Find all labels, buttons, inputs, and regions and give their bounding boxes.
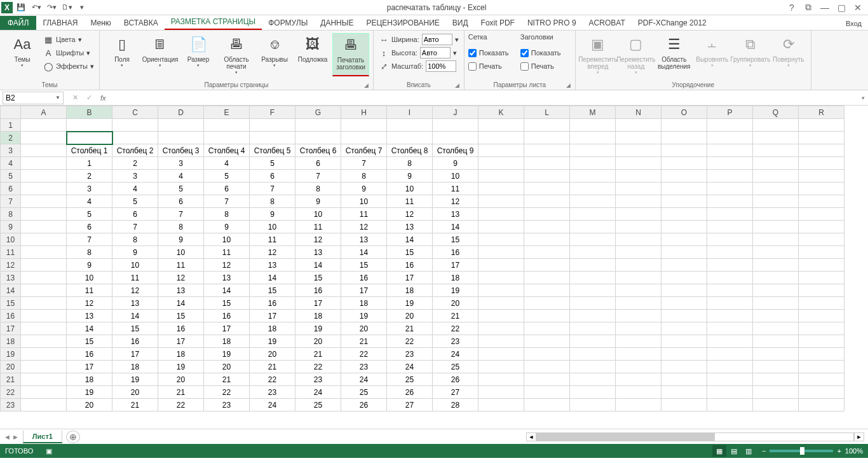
row-header[interactable]: 1: [1, 119, 21, 132]
column-header[interactable]: P: [707, 106, 753, 119]
cell[interactable]: [799, 233, 844, 246]
print-area-button[interactable]: 🖶Область печати▾: [218, 33, 255, 76]
cell[interactable]: 22: [250, 373, 295, 386]
cell[interactable]: Столбец 6: [295, 144, 341, 157]
cell[interactable]: [707, 361, 753, 373]
cell[interactable]: 5: [112, 195, 158, 208]
page-setup-launcher[interactable]: ◢: [364, 82, 369, 88]
margins-button[interactable]: ▯Поля▾: [104, 33, 140, 76]
cell[interactable]: [616, 284, 661, 297]
cell[interactable]: 20: [204, 361, 250, 373]
cell[interactable]: [707, 399, 753, 411]
cell[interactable]: [799, 183, 844, 195]
row-header[interactable]: 18: [1, 335, 21, 348]
cell[interactable]: [387, 132, 433, 144]
row-header[interactable]: 23: [1, 399, 21, 411]
cell[interactable]: [753, 221, 799, 233]
cell[interactable]: 14: [67, 322, 112, 335]
cell[interactable]: [570, 348, 616, 361]
cell[interactable]: 7: [67, 233, 112, 246]
cell[interactable]: 26: [387, 386, 433, 399]
cell[interactable]: [616, 348, 661, 361]
tab-nitro-pro-9[interactable]: NITRO PRO 9: [521, 16, 583, 30]
enter-formula-icon[interactable]: ✓: [83, 93, 95, 102]
cell[interactable]: 14: [341, 246, 387, 259]
cell[interactable]: [616, 399, 661, 411]
cell[interactable]: [661, 373, 707, 386]
cell[interactable]: [799, 284, 844, 297]
cell[interactable]: 20: [158, 373, 204, 386]
cell[interactable]: Столбец 5: [250, 144, 295, 157]
cell[interactable]: 20: [295, 335, 341, 348]
cell[interactable]: Столбец 8: [387, 144, 433, 157]
tab-рецензирование[interactable]: РЕЦЕНЗИРОВАНИЕ: [360, 16, 445, 30]
height-input[interactable]: [420, 47, 451, 59]
cell[interactable]: 26: [341, 399, 387, 411]
cell[interactable]: 23: [204, 399, 250, 411]
cell[interactable]: 13: [112, 297, 158, 310]
cell[interactable]: [524, 208, 570, 221]
zoom-slider[interactable]: [770, 450, 833, 452]
cell[interactable]: [707, 348, 753, 361]
tab-pdf-xchange-2012[interactable]: PDF-XChange 2012: [632, 16, 713, 30]
cell[interactable]: 11: [112, 272, 158, 284]
ribbon-display-icon[interactable]: ⧉: [801, 1, 816, 14]
cell[interactable]: [753, 310, 799, 322]
cell[interactable]: 12: [112, 284, 158, 297]
cell[interactable]: [250, 132, 295, 144]
cell[interactable]: 5: [158, 183, 204, 195]
column-header[interactable]: J: [433, 106, 478, 119]
cell[interactable]: [661, 221, 707, 233]
cell[interactable]: 8: [387, 157, 433, 170]
cell[interactable]: 16: [158, 322, 204, 335]
cell[interactable]: [570, 399, 616, 411]
column-header[interactable]: F: [250, 106, 295, 119]
cell[interactable]: 12: [250, 246, 295, 259]
cell[interactable]: [112, 132, 158, 144]
cell[interactable]: 17: [204, 322, 250, 335]
cell[interactable]: [524, 157, 570, 170]
column-header[interactable]: O: [661, 106, 707, 119]
cancel-formula-icon[interactable]: ✕: [69, 93, 81, 102]
cell[interactable]: [616, 144, 661, 157]
cell[interactable]: 25: [433, 361, 478, 373]
cell[interactable]: [570, 208, 616, 221]
cell[interactable]: 22: [387, 335, 433, 348]
cell[interactable]: 21: [250, 361, 295, 373]
cell[interactable]: [478, 272, 524, 284]
cell[interactable]: [799, 157, 844, 170]
row-header[interactable]: 5: [1, 170, 21, 183]
cell[interactable]: [67, 119, 112, 132]
cell[interactable]: [661, 132, 707, 144]
cell[interactable]: [21, 208, 67, 221]
cell[interactable]: 11: [387, 195, 433, 208]
cell[interactable]: 2: [112, 157, 158, 170]
cell[interactable]: 17: [250, 310, 295, 322]
cell[interactable]: [753, 297, 799, 310]
cell[interactable]: [753, 399, 799, 411]
cell[interactable]: 10: [204, 233, 250, 246]
column-header[interactable]: N: [616, 106, 661, 119]
cell[interactable]: [524, 335, 570, 348]
cell[interactable]: Столбец 1: [67, 144, 112, 157]
cell[interactable]: [341, 132, 387, 144]
cell[interactable]: 4: [67, 195, 112, 208]
cell[interactable]: 11: [341, 208, 387, 221]
cell[interactable]: 18: [387, 284, 433, 297]
cell[interactable]: [616, 183, 661, 195]
cell[interactable]: [753, 157, 799, 170]
cell[interactable]: 15: [433, 233, 478, 246]
column-header[interactable]: A: [21, 106, 67, 119]
cell[interactable]: [799, 246, 844, 259]
cell[interactable]: [21, 246, 67, 259]
width-input[interactable]: [422, 34, 452, 45]
cell[interactable]: [524, 386, 570, 399]
row-header[interactable]: 19: [1, 348, 21, 361]
cell[interactable]: [524, 322, 570, 335]
cell[interactable]: [478, 157, 524, 170]
sheet-nav-first-icon[interactable]: ◄: [4, 433, 11, 441]
cell[interactable]: 23: [295, 373, 341, 386]
new-doc-icon[interactable]: 🗋▾: [60, 1, 74, 15]
cell[interactable]: [524, 297, 570, 310]
cell[interactable]: [21, 157, 67, 170]
